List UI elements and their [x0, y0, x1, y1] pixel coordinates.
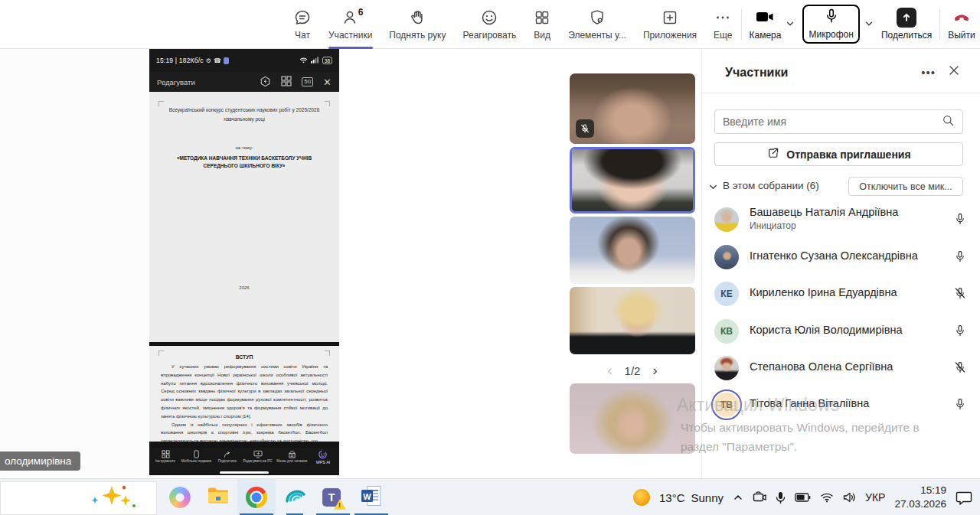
microphone-label: Микрофон — [808, 29, 853, 40]
phone-bottom-toolbar: Інструменти Мобільне подання Поділитися … — [149, 448, 339, 469]
video-tile[interactable] — [570, 217, 695, 284]
video-tile[interactable] — [570, 383, 695, 454]
video-filmstrip: ‹ 1/2 › — [570, 49, 695, 478]
more-button[interactable]: Еще — [705, 0, 740, 49]
taskbar-copilot-button[interactable] — [161, 479, 199, 515]
taskbar-explorer-button[interactable] — [199, 479, 237, 515]
participants-count-badge: 6 — [358, 7, 364, 18]
section-label[interactable]: В этом собрании (6) — [723, 180, 819, 191]
mic-on-icon[interactable] — [953, 212, 967, 229]
grid-icon — [533, 8, 551, 27]
tool-label: Мобільне подання — [181, 459, 211, 463]
teams-icon: T! — [322, 487, 344, 508]
mic-on-icon[interactable] — [953, 249, 967, 266]
pager-prev-icon[interactable]: ‹ — [608, 363, 612, 379]
participant-search[interactable] — [714, 109, 963, 134]
taskbar-search-box[interactable] — [0, 481, 157, 515]
mic-on-icon[interactable] — [953, 324, 967, 341]
participants-button[interactable]: 6 Участники — [320, 0, 381, 49]
tray-wifi-icon[interactable] — [820, 492, 834, 503]
camera-chevron-icon[interactable] — [786, 18, 795, 31]
tray-chevron-up-icon[interactable] — [733, 492, 743, 503]
phone-home-indicator — [149, 469, 339, 475]
tray-speaker-icon[interactable] — [843, 492, 856, 503]
clock-widget[interactable]: 15:19 27.03.2026 — [894, 484, 946, 510]
filmstrip-pager: ‹ 1/2 › — [570, 360, 695, 380]
search-input[interactable] — [723, 116, 942, 128]
tray-battery-icon[interactable] — [795, 493, 811, 502]
edit-label[interactable]: Редагувати — [157, 78, 195, 86]
video-tile[interactable] — [570, 287, 695, 354]
notification-center-icon[interactable] — [956, 490, 972, 505]
taskbar-word-button[interactable]: W — [352, 479, 390, 515]
mic-muted-icon[interactable] — [953, 360, 967, 377]
taskbar-chrome-button[interactable] — [237, 479, 276, 515]
weather-sun-icon[interactable] — [633, 489, 650, 506]
leave-button[interactable]: Выйти — [948, 8, 975, 41]
mic-on-icon[interactable] — [953, 397, 967, 414]
document-page-1: Всеукраїнський конкурс студентських наук… — [149, 92, 339, 342]
panel-close-icon[interactable] — [948, 64, 960, 80]
taskbar-spiral-app-button[interactable] — [276, 479, 314, 515]
language-indicator[interactable]: УКР — [865, 491, 885, 504]
mic-muted-icon[interactable] — [953, 286, 967, 303]
wps-ai-button[interactable]: WPS AI — [312, 450, 335, 464]
avatar-initials: КЕ — [714, 282, 739, 306]
participant-row[interactable]: Степанова Олена Сергіївна — [702, 350, 980, 387]
camera-button[interactable]: Камера — [750, 8, 782, 41]
share-button[interactable]: Поделиться — [881, 8, 932, 41]
participant-row[interactable]: Башавець Наталія Андріївна Инициатор — [702, 201, 980, 239]
weather-widget[interactable]: 13°C Sunny — [659, 491, 724, 504]
react-button[interactable]: Реагировать — [455, 0, 525, 49]
share-doc-button[interactable]: Поділитися — [216, 450, 239, 463]
pager-next-icon[interactable]: › — [652, 363, 657, 379]
avatar-initials: КВ — [714, 319, 739, 344]
participant-row[interactable]: КЕ Кириленко Ірина Едуардівна — [702, 275, 980, 313]
smiley-icon — [480, 8, 498, 27]
section-chevron-icon[interactable] — [708, 181, 718, 195]
meeting-stage: 15:19 | 182Кб/с ⚙ ☎ 38 Редагувати 50 ✕ — [0, 49, 980, 478]
participant-row-speaking[interactable]: ТВ Тітова Ганна Віталіївна — [702, 386, 980, 424]
apps-button[interactable]: Приложения — [635, 0, 705, 49]
mobile-view-button[interactable]: Мобільне подання — [181, 450, 211, 463]
pages-grid-icon[interactable] — [281, 76, 292, 88]
view-label: Вид — [534, 30, 550, 41]
participant-row[interactable]: Ігнатенко Сузана Олександрівна — [702, 239, 980, 276]
participants-panel: Участники ••• Отправка приглашения В это… — [701, 49, 980, 478]
microphone-chevron-icon[interactable] — [864, 18, 874, 31]
send-invite-button[interactable]: Отправка приглашения — [714, 142, 963, 166]
reading-menu-button[interactable]: Меню для читання — [276, 450, 307, 463]
meeting-toolbar: Чат 6 Участники Поднять руку Реагировать… — [0, 0, 980, 49]
participant-name: Користа Юлія Володимирівна — [750, 324, 903, 336]
taskbar-teams-button[interactable]: T! — [314, 479, 352, 515]
participant-row[interactable]: КВ Користа Юлія Володимирівна — [702, 313, 980, 350]
tray-time: 15:19 — [920, 484, 946, 496]
edit-on-pc-button[interactable]: Редагувати на PC — [243, 450, 272, 463]
tray-camera-icon[interactable] — [753, 491, 766, 504]
quick-tools-icon[interactable] — [260, 76, 271, 89]
panel-more-icon[interactable]: ••• — [921, 66, 936, 79]
tools-grid-icon — [162, 450, 170, 458]
phone-gear-icon: ⚙ — [206, 57, 211, 64]
tool-label: Редагувати на PC — [243, 459, 272, 463]
meeting-elements-button[interactable]: Элементы у... — [560, 0, 635, 49]
doc-paragraph: У сучасних умовах реформування системи о… — [161, 363, 328, 421]
phone-status-bar: 15:19 | 182Кб/с ⚙ ☎ 38 — [149, 49, 339, 72]
page-count-badge[interactable]: 50 — [302, 77, 313, 86]
more-label: Еще — [714, 30, 732, 41]
spiral-app-icon — [283, 484, 306, 510]
phone-close-icon[interactable]: ✕ — [323, 77, 332, 88]
view-button[interactable]: Вид — [524, 0, 560, 49]
leave-call-icon — [952, 8, 972, 28]
raise-hand-button[interactable]: Поднять руку — [381, 0, 454, 49]
microphone-button[interactable]: Микрофон — [802, 5, 859, 44]
temperature: 13°C — [659, 491, 685, 504]
video-tile-speaking[interactable] — [570, 147, 695, 213]
tray-mic-icon[interactable] — [776, 491, 786, 504]
panel-title: Участники — [725, 66, 788, 80]
reading-menu-icon — [288, 450, 296, 458]
chat-button[interactable]: Чат — [285, 0, 320, 49]
video-tile[interactable] — [570, 73, 695, 144]
tools-button[interactable]: Інструменти — [154, 450, 177, 463]
mute-all-button[interactable]: Отключить все мик... — [848, 177, 963, 196]
